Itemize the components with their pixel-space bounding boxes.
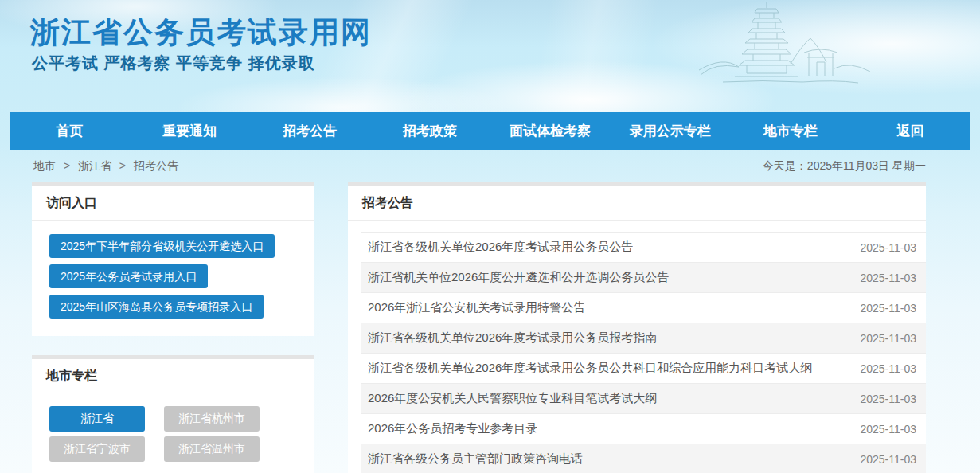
page: 浙江省公务员考试录用网 公平考试 严格考察 平等竞争 择优录取 首页 重要通知 … — [0, 0, 980, 473]
sidebar: 访问入口 2025年下半年部分省级机关公开遴选入口 2025年公务员考试录用入口… — [32, 182, 314, 473]
announcement-row[interactable]: 浙江省各级公务员主管部门政策咨询电话 2025-11-03 — [361, 444, 926, 473]
nav-item-interview-physical[interactable]: 面试体检考察 — [490, 112, 611, 150]
entry-button-island-county-recruit[interactable]: 2025年山区海岛县公务员专项招录入口 — [49, 295, 264, 319]
nav-item-city-column[interactable]: 地市专栏 — [730, 112, 850, 150]
breadcrumb: 地市 > 浙江省 > 招考公告 — [33, 159, 178, 174]
main-nav: 首页 重要通知 招考公告 招考政策 面试体检考察 录用公示专栏 地市专栏 返回 — [10, 112, 970, 150]
nav-item-important-notices[interactable]: 重要通知 — [130, 112, 250, 150]
city-button-wenzhou[interactable]: 浙江省温州市 — [164, 436, 260, 462]
city-button-hangzhou[interactable]: 浙江省杭州市 — [164, 406, 260, 432]
entry-button-civil-servant-exam[interactable]: 2025年公务员考试录用入口 — [49, 264, 208, 288]
announcement-date: 2025-11-03 — [860, 393, 916, 405]
announcement-title: 2026年浙江省公安机关考试录用特警公告 — [368, 300, 585, 315]
announcements-panel-title: 招考公告 — [348, 186, 926, 221]
announcement-title: 浙江省各级公务员主管部门政策咨询电话 — [368, 452, 583, 467]
today-date: 今天是：2025年11月03日 星期一 — [763, 159, 926, 174]
nav-item-recruit-policies[interactable]: 招考政策 — [370, 112, 490, 150]
entry-panel-title: 访问入口 — [32, 186, 314, 221]
announcement-title: 2026年公务员招考专业参考目录 — [368, 421, 537, 436]
announcement-date: 2025-11-03 — [860, 362, 916, 375]
announcement-row[interactable]: 浙江省各级机关单位2026年度考试录用公务员公告 2025-11-03 — [361, 232, 926, 262]
site-banner: 浙江省公务员考试录用网 公平考试 严格考察 平等竞争 择优录取 — [0, 0, 980, 112]
city-button-ningbo[interactable]: 浙江省宁波市 — [49, 436, 145, 462]
announcement-date: 2025-11-03 — [860, 453, 916, 466]
announcement-row[interactable]: 2026年公务员招考专业参考目录 2025-11-03 — [361, 413, 926, 444]
nav-item-back[interactable]: 返回 — [850, 112, 970, 150]
announcement-row[interactable]: 浙江省各级机关单位2026年度考试录用公务员公共科目和综合应用能力科目考试大纲 … — [361, 353, 926, 383]
entry-panel: 访问入口 2025年下半年部分省级机关公开遴选入口 2025年公务员考试录用入口… — [32, 182, 314, 336]
announcements-panel: 招考公告 浙江省各级机关单位2026年度考试录用公务员公告 2025-11-03… — [348, 182, 926, 473]
city-button-zhejiang[interactable]: 浙江省 — [49, 406, 145, 432]
main-column: 招考公告 浙江省各级机关单位2026年度考试录用公务员公告 2025-11-03… — [348, 182, 926, 473]
announcement-date: 2025-11-03 — [860, 423, 916, 436]
city-panel-title: 地市专栏 — [32, 359, 314, 393]
announcement-row[interactable]: 2026年浙江省公安机关考试录用特警公告 2025-11-03 — [361, 292, 926, 322]
breadcrumb-separator: > — [119, 159, 126, 172]
nav-item-home[interactable]: 首页 — [10, 112, 130, 150]
breadcrumb-row: 地市 > 浙江省 > 招考公告 今天是：2025年11月03日 星期一 — [0, 150, 980, 182]
announcement-date: 2025-11-03 — [860, 302, 916, 315]
announcement-title: 浙江省各级机关单位2026年度考试录用公务员公告 — [368, 240, 633, 255]
entry-panel-body: 2025年下半年部分省级机关公开遴选入口 2025年公务员考试录用入口 2025… — [32, 221, 314, 336]
announcement-date: 2025-11-03 — [860, 272, 916, 284]
city-panel-body: 浙江省 浙江省杭州市 浙江省宁波市 浙江省温州市 — [32, 393, 314, 473]
site-slogan: 公平考试 严格考察 平等竞争 择优录取 — [32, 53, 315, 74]
breadcrumb-city[interactable]: 地市 — [33, 159, 56, 172]
entry-button-provincial-selection[interactable]: 2025年下半年部分省级机关公开遴选入口 — [49, 234, 275, 258]
breadcrumb-current: 招考公告 — [134, 159, 178, 172]
announcement-title: 浙江省各级机关单位2026年度考试录用公务员公共科目和综合应用能力科目考试大纲 — [368, 361, 812, 376]
breadcrumb-province[interactable]: 浙江省 — [78, 159, 111, 172]
nav-item-recruit-announcements[interactable]: 招考公告 — [250, 112, 370, 150]
announcement-row[interactable]: 浙江省各级机关单位2026年度考试录用公务员报考指南 2025-11-03 — [361, 322, 926, 353]
announcement-date: 2025-11-03 — [860, 332, 916, 345]
announcement-row[interactable]: 2026年度公安机关人民警察职位专业科目笔试考试大纲 2025-11-03 — [361, 383, 926, 413]
breadcrumb-separator: > — [64, 159, 70, 172]
pagoda-illustration — [691, 0, 882, 94]
content-area: 访问入口 2025年下半年部分省级机关公开遴选入口 2025年公务员考试录用入口… — [0, 182, 980, 473]
nav-item-hiring-publicity[interactable]: 录用公示专栏 — [610, 112, 730, 150]
announcement-title: 2026年度公安机关人民警察职位专业科目笔试考试大纲 — [368, 391, 657, 406]
announcement-date: 2025-11-03 — [860, 241, 916, 254]
site-title: 浙江省公务员考试录用网 — [30, 13, 372, 53]
city-panel: 地市专栏 浙江省 浙江省杭州市 浙江省宁波市 浙江省温州市 — [32, 355, 314, 473]
announcement-title: 浙江省机关单位2026年度公开遴选和公开选调公务员公告 — [368, 270, 669, 285]
announcements-list: 浙江省各级机关单位2026年度考试录用公务员公告 2025-11-03 浙江省机… — [361, 221, 926, 473]
announcement-title: 浙江省各级机关单位2026年度考试录用公务员报考指南 — [368, 330, 657, 346]
announcement-row[interactable]: 浙江省机关单位2026年度公开遴选和公开选调公务员公告 2025-11-03 — [361, 262, 926, 292]
